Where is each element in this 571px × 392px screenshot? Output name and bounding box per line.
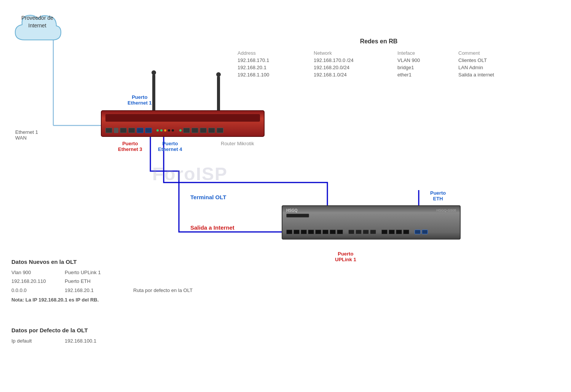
puerto-eth4-label: Puerto Ethernet 4 <box>158 141 182 152</box>
router-port-10 <box>217 128 223 133</box>
olt-uplink-1 <box>381 230 388 234</box>
led-4 <box>168 129 170 132</box>
redes-col-network: Network <box>312 49 396 57</box>
redes-row2-addr: 192.168.20.1 <box>236 64 312 71</box>
datos-nuevos-row1: Vlan 900 Puerto UPLink 1 <box>11 268 240 277</box>
led-2 <box>160 129 163 132</box>
olt-brand: HSGQ <box>286 208 297 213</box>
datos-nuevos-r2-c3 <box>133 277 240 286</box>
router-port-4 <box>137 128 144 133</box>
datos-nuevos-r1-c1: Vlan 900 <box>11 268 65 277</box>
led-3 <box>164 129 166 132</box>
router-port-5 <box>145 128 152 133</box>
olt-eth-port-2 <box>356 230 362 234</box>
redes-row3-comment: Salida a internet <box>457 71 525 78</box>
datos-nuevos-section: Datos Nuevos en la OLT Vlan 900 Puerto U… <box>11 259 240 305</box>
olt-ports <box>286 230 428 234</box>
router-port-2 <box>120 128 127 133</box>
olt-device: HSGQ HSGQ-G508 <box>282 205 461 240</box>
datos-nuevos-r1-c2: Puerto UPLink 1 <box>65 268 133 277</box>
datos-nuevos-r1-c3 <box>133 268 240 277</box>
ethernet-wan-label: Ethernet 1 WAN <box>15 129 38 141</box>
datos-defecto-r1-c2: 192.168.100.1 <box>65 336 133 345</box>
olt-uplink-4 <box>403 230 409 234</box>
puerto-eth3-label: Puerto Ethernet 3 <box>118 141 142 152</box>
redes-row1-iface: VLAN 900 <box>396 57 457 64</box>
olt-eth-port-1 <box>348 230 354 234</box>
puerto-eth1-label: Puerto Ethernet 1 <box>128 94 152 106</box>
olt-sfp-6 <box>322 230 329 234</box>
redes-col-comment: Comment <box>457 49 525 57</box>
datos-nuevos-r2-c2: Puerto ETH <box>65 277 133 286</box>
redes-col-address: Address <box>236 49 312 57</box>
led-1 <box>156 129 159 132</box>
redes-row1-addr: 192.168.170.1 <box>236 57 312 64</box>
redes-rb-grid: Address Network Inteface Comment 192.168… <box>236 49 522 78</box>
olt-sfp-3 <box>301 230 307 234</box>
datos-defecto-r1-c1: Ip default <box>11 336 65 345</box>
olt-sfp-4 <box>308 230 314 234</box>
led-5 <box>172 129 174 132</box>
olt-eth-port-3 <box>363 230 369 234</box>
redes-row3-iface: ether1 <box>396 71 457 78</box>
puerto-eth-label: Puerto ETH <box>430 190 446 202</box>
olt-uplink-2 <box>389 230 395 234</box>
redes-rb-section: Redes en RB Address Network Inteface Com… <box>236 38 522 78</box>
olt-uplink-3 <box>396 230 402 234</box>
puerto-uplink-label: Puerto UPLink 1 <box>335 251 356 262</box>
datos-nuevos-row2: 192.168.20.110 Puerto ETH <box>11 277 240 286</box>
datos-nuevos-r3-c2: 192.168.20.1 <box>65 286 133 295</box>
salida-internet-label: Salida a Internet <box>190 224 234 231</box>
led-6 <box>179 129 182 132</box>
olt-sfp-2 <box>293 230 300 234</box>
antenna-right <box>217 76 220 110</box>
datos-nuevos-r3-c3: Ruta por defecto en la OLT <box>133 286 240 295</box>
olt-sfp-7 <box>330 230 336 234</box>
router-port-1 <box>105 128 112 133</box>
router-port-9 <box>208 128 215 133</box>
datos-defecto-title: Datos por Defecto de la OLT <box>11 327 240 333</box>
redes-row2-iface: bridge1 <box>396 64 457 71</box>
redes-col-interface: Inteface <box>396 49 457 57</box>
redes-rb-title: Redes en RB <box>236 38 522 45</box>
datos-defecto-section: Datos por Defecto de la OLT Ip default 1… <box>11 327 240 345</box>
redes-row1-comment: Clientes OLT <box>457 57 525 64</box>
router-port-8 <box>200 128 207 133</box>
redes-row2-comment: LAN Admin <box>457 64 525 71</box>
olt-eth-port-active-2 <box>422 230 428 234</box>
router-port-sfp <box>114 128 118 133</box>
datos-defecto-row1: Ip default 192.168.100.1 <box>11 336 240 345</box>
router-port-3 <box>128 128 135 133</box>
redes-row1-net: 192.168.170.0 /24 <box>312 57 396 64</box>
terminal-olt-label: Terminal OLT <box>190 194 226 200</box>
datos-nuevos-title: Datos Nuevos en la OLT <box>11 259 240 265</box>
olt-model-label: HSGQ-G508 <box>436 208 456 212</box>
antenna-left <box>152 74 155 110</box>
router-mikrotik-label: Router Mikrotik <box>221 141 254 146</box>
redes-row3-net: 192.168.1.0/24 <box>312 71 396 78</box>
router-port-7 <box>191 128 198 133</box>
olt-eth-port-4 <box>370 230 376 234</box>
datos-nuevos-r3-c1: 0.0.0.0 <box>11 286 65 295</box>
olt-eth-port-active-1 <box>415 230 421 234</box>
router-mikrotik <box>101 110 265 137</box>
olt-sfp-5 <box>315 230 321 234</box>
redes-row2-net: 192.168.20.0/24 <box>312 64 396 71</box>
foroISP-watermark: ForoISP <box>152 163 228 184</box>
datos-nuevos-nota: Nota: La IP 192.168.20.1 es IP del RB. <box>11 295 240 304</box>
datos-nuevos-row3: 0.0.0.0 192.168.20.1 Ruta por defecto en… <box>11 286 240 295</box>
olt-sfp-1 <box>286 230 292 234</box>
datos-nuevos-r2-c1: 192.168.20.110 <box>11 277 65 286</box>
router-port-6 <box>183 128 190 133</box>
cloud-label: Proveedor de Internet <box>14 14 60 29</box>
redes-row3-addr: 192.168.1.100 <box>236 71 312 78</box>
olt-sfp-8 <box>337 230 343 234</box>
